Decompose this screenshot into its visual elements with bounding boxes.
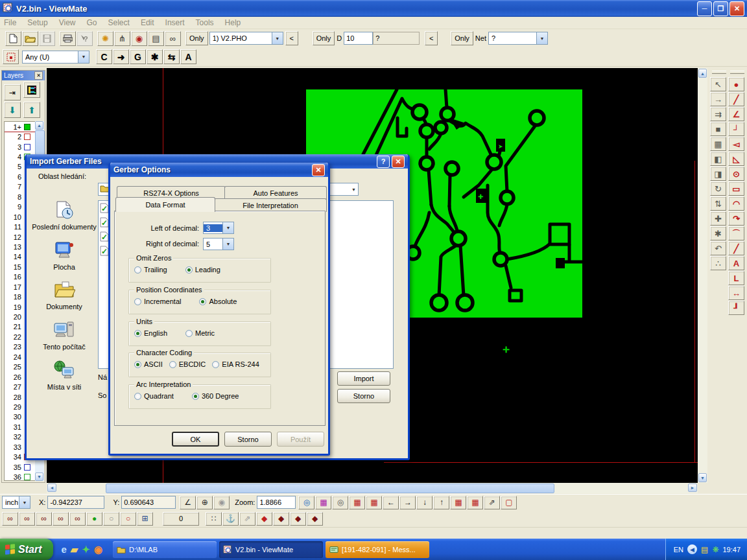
start-button[interactable]: Start: [0, 539, 53, 560]
zoom-grid-button[interactable]: ▦: [315, 496, 331, 509]
menu-file[interactable]: File: [4, 18, 16, 27]
pan-left-button[interactable]: ←: [383, 496, 399, 509]
layer-insert-button[interactable]: ⇥: [4, 84, 21, 100]
inspect-layer-button[interactable]: ∞: [69, 512, 86, 526]
layer-row-3[interactable]: 3: [5, 142, 36, 152]
draw-triangle-tool[interactable]: ◺: [728, 152, 744, 166]
radio-english[interactable]: English: [134, 329, 167, 337]
layer-row-35[interactable]: 35: [5, 462, 36, 472]
pointer-tool[interactable]: ↖: [710, 77, 726, 91]
gerber-filter-button[interactable]: G: [130, 49, 146, 64]
draw-corner2-tool[interactable]: ┚: [728, 301, 744, 315]
firefox-quicklaunch-icon[interactable]: ◉: [94, 544, 102, 554]
menu-help[interactable]: Help: [225, 18, 241, 27]
inspect-glasses-icon[interactable]: ∞: [165, 31, 181, 46]
import-cancel-button[interactable]: Storno: [337, 389, 390, 403]
layer-row-2[interactable]: 2: [5, 132, 36, 141]
icq-flower-tray-icon[interactable]: ❋: [712, 546, 718, 554]
draw-rectangle-tool[interactable]: ▭: [728, 181, 744, 196]
layer-move-up-button[interactable]: ⬆: [23, 102, 40, 118]
menu-tools[interactable]: Tools: [196, 18, 214, 27]
dcode-query-field[interactable]: ?: [373, 32, 420, 45]
pair-filter-button[interactable]: ⇆: [163, 49, 180, 64]
chevron-down-icon[interactable]: ▼: [78, 51, 89, 63]
only-net-button[interactable]: Only: [451, 31, 473, 45]
lasso-tool[interactable]: ∴: [710, 256, 726, 270]
menu-insert[interactable]: Insert: [165, 18, 185, 27]
layer-color-swatch[interactable]: [24, 134, 30, 140]
menu-go[interactable]: Go: [87, 18, 97, 27]
cancel-button[interactable]: Storno: [224, 432, 272, 447]
radio-ebcdic[interactable]: EBCDIC: [169, 360, 206, 368]
layers-close-icon[interactable]: ✕: [34, 71, 43, 80]
angle-measure-button[interactable]: ∠: [180, 496, 196, 509]
stretch-dashed-button[interactable]: ⇗: [484, 496, 500, 509]
horizontal-scroll-thumb[interactable]: [106, 484, 554, 493]
tile-windows-button[interactable]: ⊞: [137, 512, 153, 526]
settings-tool[interactable]: ✱: [710, 226, 726, 240]
layer-table-button[interactable]: [23, 82, 40, 98]
unit-combo[interactable]: inch ▼: [2, 496, 30, 509]
undo-tool[interactable]: ↶: [710, 241, 726, 255]
draw-sector-tool[interactable]: ◅: [728, 137, 744, 151]
save-file-button[interactable]: [39, 31, 55, 46]
place-desktop[interactable]: Plocha: [32, 240, 97, 272]
net-combo[interactable]: ? ▼: [488, 32, 548, 45]
radio-metric[interactable]: Metric: [185, 329, 215, 337]
circle-filter-button[interactable]: C: [96, 49, 112, 64]
open-file-button[interactable]: [22, 31, 38, 46]
menu-setup[interactable]: Setup: [27, 18, 47, 27]
language-indicator[interactable]: EN: [674, 546, 683, 554]
layer-scroll-up-button[interactable]: ▲: [35, 121, 43, 130]
tab-auto-features[interactable]: Auto Features: [224, 186, 327, 200]
draw-polyline-tool[interactable]: ∠: [728, 107, 744, 121]
scroll-down-button[interactable]: ▼: [698, 473, 707, 482]
tray-collapse-button[interactable]: ◀: [687, 544, 697, 554]
previous-layer-button[interactable]: <: [285, 31, 298, 45]
red-dashed-box-icon[interactable]: [3, 49, 19, 64]
menu-edit[interactable]: Edit: [141, 18, 154, 27]
dialog-help-button[interactable]: ?: [377, 156, 390, 168]
grid-capture-button[interactable]: ▦: [349, 496, 365, 509]
pan-right-button[interactable]: →: [399, 496, 416, 509]
draw-dimension-tool[interactable]: ↔: [728, 286, 744, 300]
copy-selection-tool[interactable]: ⇉: [710, 107, 726, 121]
draw-pad-tool[interactable]: ●: [728, 77, 744, 91]
layer-scroll-thumb[interactable]: [35, 130, 45, 155]
draw-corner-tool[interactable]: ┘: [728, 122, 744, 136]
radio-absolute[interactable]: Absolute: [199, 298, 237, 305]
chevron-down-icon[interactable]: ▼: [222, 222, 233, 233]
place-documents[interactable]: Dokumenty: [32, 279, 97, 311]
radio-eia-rs-244[interactable]: EIA RS-244: [212, 360, 259, 368]
text-filter-button[interactable]: A: [180, 49, 196, 64]
layers-panel-titlebar[interactable]: Layers ✕: [2, 71, 45, 80]
taskbar-task--191-482-091-mess-[interactable]: [191-482-091] - Mess...: [326, 541, 429, 558]
active-layer-combo[interactable]: 1) V2.PHO ▼: [209, 32, 283, 45]
scroll-up-button[interactable]: ▲: [698, 69, 707, 78]
film-colors-icon[interactable]: ▤: [148, 31, 164, 46]
pan-up-button[interactable]: ↑: [433, 496, 449, 509]
draw-line-tool[interactable]: ╱: [728, 92, 744, 106]
chevron-down-icon[interactable]: ▼: [222, 239, 233, 250]
pattern-fill-tool[interactable]: ▦: [710, 137, 726, 151]
radio-trailing[interactable]: Trailing: [134, 266, 167, 274]
scroll-right-button[interactable]: ►: [688, 484, 697, 492]
messenger-tray-icon[interactable]: ▤: [701, 546, 708, 554]
zoom-value-input[interactable]: 1.8866: [257, 496, 296, 509]
origin-crosshair-button[interactable]: ⊕: [196, 496, 213, 509]
radio-360-degree[interactable]: 360 Degree: [192, 392, 239, 400]
highlight-off-button[interactable]: ○: [103, 512, 119, 526]
taskbar-task-v2-bin-viewmate[interactable]: V2.bin - ViewMate: [219, 541, 323, 558]
draw-label-tool[interactable]: L: [728, 271, 744, 285]
layer-color-swatch[interactable]: [24, 144, 30, 150]
import-dialog-close-button[interactable]: ✕: [392, 156, 405, 168]
gerber-dialog-close-button[interactable]: ✕: [312, 164, 325, 176]
radio-ascii[interactable]: ASCII: [134, 360, 163, 368]
flash-point-button-4[interactable]: ◆: [307, 512, 323, 526]
layer-row-1[interactable]: 1+: [5, 122, 36, 132]
layer-move-down-button[interactable]: ⬇: [4, 102, 21, 118]
mirror-vertical-tool[interactable]: ◧: [710, 152, 726, 166]
previous-net-button[interactable]: <: [425, 31, 438, 45]
flash-view-icon[interactable]: ✺: [97, 31, 113, 46]
draw-arc-tool[interactable]: ◠: [728, 196, 744, 211]
